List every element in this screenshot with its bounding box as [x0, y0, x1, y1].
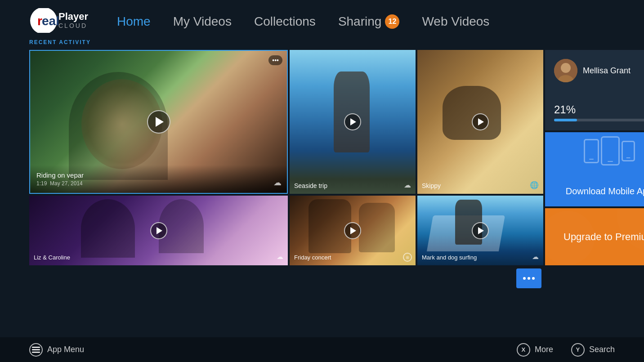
nav-collections[interactable]: Collections: [254, 14, 316, 29]
user-name: Mellisa Grant: [583, 66, 631, 76]
storage-info: 21%: [554, 103, 644, 121]
nav-webvideos[interactable]: Web Videos: [422, 14, 489, 29]
more-button[interactable]: X More: [517, 343, 553, 357]
seaside-video[interactable]: Seaside trip ☁: [290, 50, 416, 194]
app-logo: r eal Player CLOUD: [29, 8, 99, 35]
svg-point-9: [617, 208, 644, 251]
more-dots-button[interactable]: [516, 268, 541, 288]
svg-point-8: [545, 211, 595, 265]
nav-home[interactable]: Home: [117, 14, 151, 29]
app-menu-label: App Menu: [47, 345, 84, 354]
concert-title: Friday concert: [294, 254, 331, 261]
svg-rect-11: [32, 349, 40, 350]
more-key-icon: X: [517, 343, 530, 357]
search-key-icon: Y: [571, 343, 585, 357]
featured-title2: Riding on vepar: [36, 171, 281, 179]
user-card: Mellisa Grant 21%: [545, 50, 644, 130]
sharing-badge: 12: [385, 14, 399, 29]
user-avatar: [554, 59, 577, 82]
concert-video[interactable]: Friday concert ⊗: [290, 196, 416, 265]
cloud-icon-liz: ☁: [277, 253, 283, 261]
search-button[interactable]: Y Search: [571, 343, 615, 357]
xbox-icon-concert: ⊗: [403, 253, 412, 262]
more-label: More: [535, 345, 553, 354]
main-nav: Home My Videos Collections Sharing 12 We…: [117, 14, 489, 29]
play-surfing-button[interactable]: [472, 222, 489, 239]
globe-icon-skippy: 🌐: [530, 181, 539, 189]
play-seaside-button[interactable]: [344, 113, 361, 130]
user-info: Mellisa Grant: [554, 59, 644, 82]
cloud-icon-seaside: ☁: [404, 181, 411, 189]
cloud-icon-surfing: ☁: [532, 253, 539, 261]
app-menu-icon: [29, 343, 43, 357]
liz-title: Liz & Caroline: [34, 254, 70, 261]
liz-caroline-video[interactable]: Liz & Caroline ☁: [29, 196, 288, 265]
sidebar: Mellisa Grant 21%: [545, 50, 644, 265]
svg-rect-10: [32, 347, 40, 348]
section-label: RECENT ACTIVITY: [29, 39, 615, 45]
surfing-video[interactable]: Mark and dog surfing ☁: [417, 196, 543, 265]
storage-bar-fill: [554, 119, 577, 121]
cloud-icon-featured: ☁: [273, 178, 282, 188]
featured-overlay2: Riding on vepar 1:19 May 27, 2014: [30, 165, 287, 193]
svg-text:CLOUD: CLOUD: [58, 22, 87, 29]
svg-text:Player: Player: [58, 11, 88, 22]
bottom-bar: App Menu X More Y Search: [0, 337, 644, 362]
more-dots-row: [29, 267, 543, 290]
play-concert-button[interactable]: [344, 222, 361, 239]
app-menu-button[interactable]: App Menu: [29, 343, 84, 357]
featured-video[interactable]: ••• Riding on vepar 1:19 May 27, 2014 ☁ …: [29, 50, 288, 194]
upgrade-card[interactable]: Upgrade to Premium: [545, 208, 644, 265]
storage-bar: [554, 119, 644, 121]
search-label: Search: [589, 345, 615, 354]
dot1: [523, 277, 526, 280]
seaside-title: Seaside trip: [294, 182, 327, 189]
download-app-label: Download Mobile App: [545, 186, 644, 197]
storage-percent: 21%: [554, 103, 644, 116]
dot3: [532, 277, 535, 280]
skippy-video[interactable]: Skippy 🌐: [417, 50, 543, 194]
svg-text:eal: eal: [42, 14, 59, 28]
more-options-button2[interactable]: •••: [268, 55, 282, 65]
svg-rect-12: [32, 352, 40, 353]
play-liz-button[interactable]: [150, 222, 167, 239]
svg-point-6: [561, 63, 571, 73]
nav-sharing[interactable]: Sharing 12: [338, 14, 400, 29]
play-featured-button2[interactable]: [147, 110, 170, 134]
download-app-card[interactable]: Download Mobile App: [545, 132, 644, 206]
nav-myvideos[interactable]: My Videos: [173, 14, 232, 29]
bottom-right-controls: X More Y Search: [517, 343, 615, 357]
featured-meta2: 1:19 May 27, 2014: [36, 180, 281, 187]
play-skippy-button[interactable]: [472, 113, 489, 130]
dot2: [528, 277, 530, 280]
main-content: RECENT ACTIVITY ••• Riding on vepar 1:19…: [0, 39, 644, 290]
skippy-title: Skippy: [422, 182, 441, 189]
surfing-title: Mark and dog surfing: [422, 254, 477, 261]
